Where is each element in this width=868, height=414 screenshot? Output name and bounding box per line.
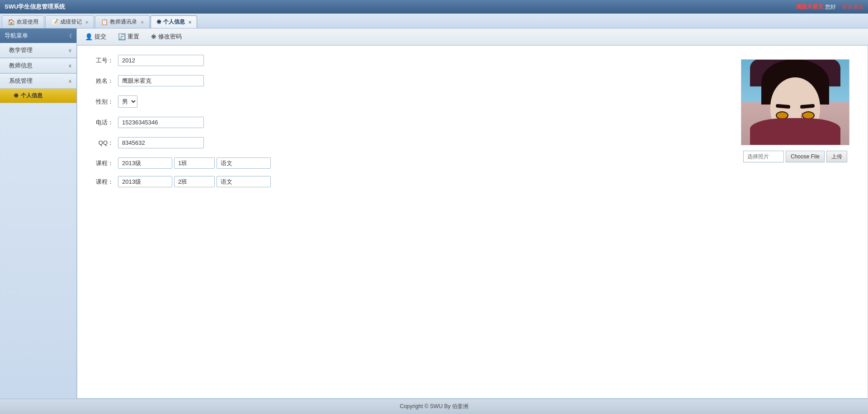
choose-file-button[interactable]: Choose File: [786, 151, 825, 162]
gender-row: 性别： 男 女: [91, 95, 718, 108]
tab-teachers-label: 教师通讯录: [110, 18, 137, 26]
tab-grades-icon: 📝: [51, 19, 58, 25]
photo-file-display: 选择照片: [743, 151, 784, 162]
course-label-1: 课程：: [91, 159, 113, 167]
course-subject-1[interactable]: [217, 157, 271, 169]
tab-welcome-label: 欢迎使用: [17, 18, 38, 26]
name-row: 姓名：: [91, 75, 718, 86]
sidebar-collapse-icon: 《: [67, 33, 72, 39]
course-row-2: 课程：: [91, 176, 718, 187]
name-label: 姓名：: [91, 77, 113, 85]
avatar-brow-right: [776, 104, 791, 109]
sidebar-section-teaching-title[interactable]: 教学管理 ∨: [0, 43, 76, 58]
tab-teachers-icon: 📋: [101, 19, 108, 25]
sidebar-teaching-arrow: ∨: [68, 48, 72, 53]
sidebar-section-teaching-label: 教学管理: [9, 46, 33, 54]
avatar-image: [741, 59, 849, 145]
change-password-button[interactable]: ❋ 修改密码: [147, 31, 185, 42]
qq-label: QQ：: [91, 139, 113, 147]
tab-teachers[interactable]: 📋 教师通讯录 ×: [95, 15, 149, 28]
main-layout: 导航菜单 《 教学管理 ∨ 教师信息 ∨ 系统管理 ∧ ❋ 个人信: [0, 29, 868, 399]
choose-file-label: Choose File: [791, 153, 820, 160]
upload-button[interactable]: 上传: [826, 151, 847, 162]
title-bar: SWU学生信息管理系统 鹰眼米霍克 您好 安全退出: [0, 0, 868, 14]
tab-profile-label: 个人信息: [163, 18, 185, 26]
tab-welcome-icon: 🏠: [8, 19, 15, 25]
course-label-2: 课程：: [91, 178, 113, 186]
form-left: 工号： 姓名： 性别： 男 女 电话: [91, 55, 718, 389]
user-info: 鹰眼米霍克 您好 安全退出: [796, 3, 863, 11]
sidebar-header-label: 导航菜单: [5, 32, 28, 40]
change-password-label: 修改密码: [158, 33, 182, 41]
sidebar-section-system-label: 系统管理: [9, 77, 33, 85]
tab-profile-icon: ❋: [156, 19, 161, 25]
form-area: 工号： 姓名： 性别： 男 女 电话: [77, 45, 868, 399]
tab-bar: 🏠 欢迎使用 📝 成绩登记 × 📋 教师通讯录 × ❋ 个人信息 ×: [0, 14, 868, 29]
id-input[interactable]: [118, 55, 204, 66]
id-label: 工号：: [91, 57, 113, 65]
reset-icon: 🔄: [118, 33, 126, 40]
tab-profile-close[interactable]: ×: [189, 19, 191, 25]
avatar-collar: [750, 118, 840, 145]
tab-teachers-close[interactable]: ×: [141, 19, 143, 25]
submit-label: 提交: [94, 33, 106, 41]
qq-row: QQ：: [91, 137, 718, 148]
course-grade-1[interactable]: [118, 157, 172, 169]
upload-label: 上传: [831, 153, 842, 161]
sidebar-section-system-title[interactable]: 系统管理 ∧: [0, 74, 76, 89]
logout-link[interactable]: 安全退出: [842, 4, 863, 10]
course-row-1: 课程：: [91, 157, 718, 169]
sidebar-profile-icon: ❋: [14, 92, 19, 99]
reset-button[interactable]: 🔄 重置: [114, 31, 143, 42]
sidebar-profile-label: 个人信息: [21, 92, 42, 100]
reset-label: 重置: [127, 33, 139, 41]
sidebar-section-teachers-title[interactable]: 教师信息 ∨: [0, 58, 76, 73]
select-photo-label: 选择照片: [747, 153, 769, 161]
phone-label: 电话：: [91, 119, 113, 127]
sidebar-section-teaching: 教学管理 ∨: [0, 43, 76, 58]
course-grade-2[interactable]: [118, 176, 172, 187]
sidebar: 导航菜单 《 教学管理 ∨ 教师信息 ∨ 系统管理 ∧ ❋ 个人信: [0, 29, 77, 399]
toolbar: 👤 提交 🔄 重置 ❋ 修改密码: [77, 29, 868, 45]
tab-grades-label: 成绩登记: [60, 18, 82, 26]
sidebar-header[interactable]: 导航菜单 《: [0, 29, 76, 43]
photo-upload-row: 选择照片 Choose File 上传: [736, 151, 854, 162]
name-input[interactable]: [118, 75, 204, 86]
gender-label: 性别：: [91, 98, 113, 106]
content-area: 👤 提交 🔄 重置 ❋ 修改密码 工号： 姓: [77, 29, 868, 399]
sidebar-section-teachers-label: 教师信息: [9, 62, 33, 70]
course-class-1[interactable]: [174, 157, 215, 169]
tab-profile[interactable]: ❋ 个人信息 ×: [151, 15, 197, 28]
footer: Copyright © SWU By 伯姜洲: [0, 399, 868, 414]
phone-input[interactable]: [118, 117, 204, 128]
tab-grades[interactable]: 📝 成绩登记 ×: [45, 15, 94, 28]
tab-welcome[interactable]: 🏠 欢迎使用: [2, 15, 44, 28]
sidebar-item-profile[interactable]: ❋ 个人信息: [0, 89, 76, 103]
sidebar-system-arrow: ∧: [68, 78, 72, 84]
qq-input[interactable]: [118, 137, 204, 148]
submit-button[interactable]: 👤 提交: [81, 31, 110, 42]
tab-grades-close[interactable]: ×: [85, 19, 88, 25]
hello-text: 您好: [825, 4, 836, 10]
form-right: 选择照片 Choose File 上传: [736, 55, 854, 389]
password-icon: ❋: [151, 33, 156, 40]
phone-row: 电话：: [91, 117, 718, 128]
footer-text: Copyright © SWU By 伯姜洲: [400, 403, 468, 409]
course-class-2[interactable]: [174, 176, 215, 187]
submit-icon: 👤: [85, 33, 93, 40]
sidebar-section-teachers: 教师信息 ∨: [0, 58, 76, 74]
course-subject-2[interactable]: [217, 176, 271, 187]
photo-container: [741, 59, 849, 145]
app-title: SWU学生信息管理系统: [5, 3, 65, 11]
sidebar-teachers-arrow: ∨: [68, 63, 72, 69]
avatar-brow-left: [800, 104, 815, 109]
id-row: 工号：: [91, 55, 718, 66]
gender-select[interactable]: 男 女: [118, 95, 137, 108]
username: 鹰眼米霍克: [796, 4, 823, 10]
sidebar-section-system: 系统管理 ∧ ❋ 个人信息: [0, 74, 76, 103]
